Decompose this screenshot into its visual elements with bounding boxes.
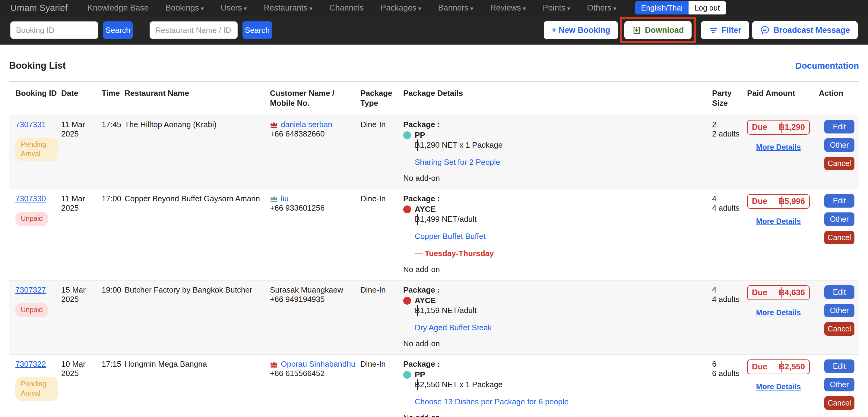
restaurant-search-input[interactable] [150, 22, 238, 39]
booking-id-link[interactable]: 7307327 [16, 285, 46, 294]
package-type-cell: Dine-In [361, 189, 403, 280]
cancel-button[interactable]: Cancel [824, 322, 855, 336]
nav-item-banners[interactable]: Banners▾ [438, 3, 473, 13]
package-type-line: PP [403, 370, 709, 379]
other-button[interactable]: Other [824, 304, 855, 317]
restaurant-search-button[interactable]: Search [243, 22, 272, 39]
chevron-down-icon: ▾ [470, 5, 473, 12]
party-size-cell: 44 adults [712, 189, 747, 280]
booking-search-button[interactable]: Search [103, 22, 133, 39]
customer-cell: Oporau Sinhabandhu+66 615566452 [270, 355, 361, 417]
nav-item-label: Packages [381, 3, 416, 12]
more-details-link[interactable]: More Details [747, 217, 810, 226]
package-name-link[interactable]: Sharing Set for 2 People [415, 158, 709, 167]
package-addon: No add-on [403, 413, 709, 417]
chevron-down-icon: ▾ [309, 5, 312, 12]
package-addon: No add-on [403, 339, 709, 348]
nav-item-reviews[interactable]: Reviews▾ [490, 3, 526, 13]
nav-item-restaurants[interactable]: Restaurants▾ [264, 3, 312, 13]
customer-name[interactable]: liu [281, 194, 289, 203]
booking-id-cell: 7307330Unpaid [9, 189, 61, 280]
package-name-link[interactable]: Copper Buffet Buffet [415, 232, 709, 241]
main-content: Booking List Documentation Booking IDDat… [0, 60, 868, 417]
package-label: Package : [403, 194, 709, 203]
customer-name[interactable]: Oporau Sinhabandhu [281, 359, 355, 369]
download-annotation-highlight: Download [620, 17, 696, 43]
new-booking-label: + New Booking [552, 26, 610, 35]
cancel-button[interactable]: Cancel [824, 157, 855, 170]
more-details-link[interactable]: More Details [747, 142, 810, 152]
filter-button[interactable]: Filter [701, 21, 749, 39]
top-nav: Umam Syarief Knowledge BaseBookings▾User… [0, 0, 868, 16]
package-type-code: AYCE [415, 296, 436, 305]
package-type-cell: Dine-In [361, 355, 403, 417]
new-booking-button[interactable]: + New Booking [544, 21, 618, 39]
booking-id-link[interactable]: 7307331 [16, 120, 46, 129]
edit-button[interactable]: Edit [824, 120, 855, 134]
baht-sign: B [415, 214, 420, 224]
nav-item-channels[interactable]: Channels [329, 3, 364, 13]
logout-button[interactable]: Log out [688, 1, 726, 14]
baht-sign: B [779, 362, 785, 372]
package-type-line: AYCE [403, 205, 709, 214]
nav-item-points[interactable]: Points▾ [542, 3, 570, 13]
nav-item-label: Banners [438, 3, 469, 12]
nav-item-bookings[interactable]: Bookings▾ [165, 3, 204, 13]
table-body: 7307331Pending Arrival11 Mar202517:45The… [9, 115, 859, 417]
party-size-cell: 44 adults [712, 280, 747, 354]
nav-item-knowledge-base[interactable]: Knowledge Base [88, 3, 149, 13]
edit-button[interactable]: Edit [824, 359, 855, 373]
package-name-link[interactable]: Choose 13 Dishes per Package for 6 peopl… [415, 397, 709, 407]
booking-id-input[interactable] [10, 22, 98, 39]
other-button[interactable]: Other [824, 378, 855, 391]
booking-id-link[interactable]: 7307330 [16, 194, 46, 203]
cancel-button[interactable]: Cancel [824, 231, 855, 244]
other-button[interactable]: Other [824, 138, 855, 152]
column-header-time: Time [102, 82, 125, 115]
package-type-cell: Dine-In [361, 280, 403, 354]
chevron-down-icon: ▾ [523, 5, 526, 12]
nav-item-users[interactable]: Users▾ [221, 3, 247, 13]
customer-phone: +66 933601256 [270, 203, 358, 213]
table-header-row: Booking IDDateTimeRestaurant NameCustome… [9, 82, 859, 115]
due-amount-box: DueB4,636 [747, 285, 810, 300]
date-cell: 11 Mar2025 [61, 189, 102, 280]
edit-button[interactable]: Edit [824, 285, 855, 299]
package-type-dot-icon [403, 297, 411, 305]
language-toggle-button[interactable]: English/Thai [635, 1, 689, 14]
cancel-button[interactable]: Cancel [824, 396, 855, 410]
status-badge: Pending Arrival [16, 138, 58, 161]
due-amount-box: DueB5,996 [747, 194, 810, 209]
booking-id-cell: 7307327Unpaid [9, 280, 61, 354]
download-button[interactable]: Download [624, 21, 691, 39]
broadcast-message-button[interactable]: Broadcast Message [752, 21, 858, 39]
package-details-cell: Package :PPB1,290 NET x 1 PackageSharing… [403, 115, 712, 189]
customer-name[interactable]: daniela serban [281, 120, 332, 129]
due-amount: B1,290 [779, 123, 805, 132]
package-addon: No add-on [403, 174, 709, 183]
other-button[interactable]: Other [824, 212, 855, 226]
brand: Umam Syarief [10, 3, 67, 13]
package-name-link[interactable]: Dry Aged Buffet Steak [415, 323, 709, 332]
nav-item-others[interactable]: Others▾ [587, 3, 617, 13]
documentation-link[interactable]: Documentation [795, 61, 859, 71]
customer-cell: liu+66 933601256 [270, 189, 361, 280]
crown-icon [270, 361, 278, 368]
column-header-party-size: Party Size [712, 82, 747, 115]
column-header-restaurant-name: Restaurant Name [125, 82, 270, 115]
nav-item-label: Points [542, 3, 565, 12]
more-details-link[interactable]: More Details [747, 382, 810, 391]
baht-sign: B [415, 140, 420, 150]
package-type-cell: Dine-In [361, 115, 403, 189]
due-amount-box: DueB1,290 [747, 120, 810, 135]
time-cell: 19:00 [102, 280, 125, 354]
action-cell: EditOtherCancel [819, 280, 859, 354]
edit-button[interactable]: Edit [824, 194, 855, 208]
more-details-link[interactable]: More Details [747, 308, 810, 317]
package-price: B2,550 NET x 1 Package [415, 380, 709, 389]
date-cell: 10 Mar2025 [61, 355, 102, 417]
booking-id-link[interactable]: 7307322 [16, 359, 46, 369]
package-type-code: AYCE [415, 205, 436, 214]
nav-item-packages[interactable]: Packages▾ [381, 3, 421, 13]
nav-item-label: Bookings [165, 3, 199, 12]
